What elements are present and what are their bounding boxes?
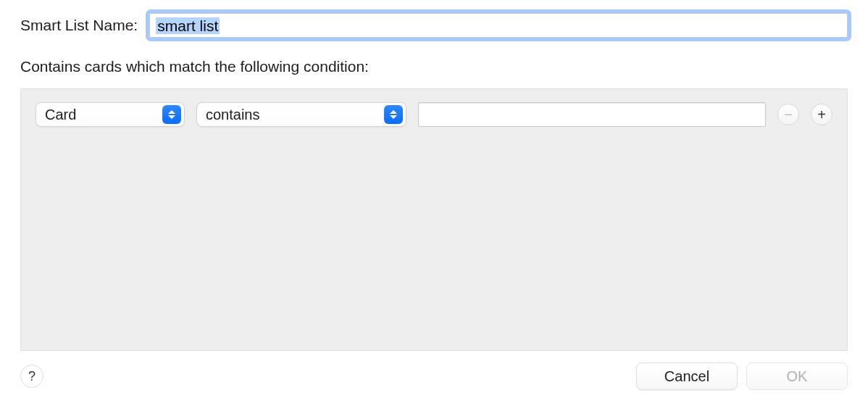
condition-value-input[interactable] bbox=[418, 102, 766, 127]
cancel-button[interactable]: Cancel bbox=[636, 362, 738, 390]
chevron-up-icon bbox=[390, 110, 397, 114]
question-mark-icon: ? bbox=[28, 369, 36, 384]
conditions-panel: Card contains − + bbox=[20, 88, 848, 351]
conditions-caption: Contains cards which match the following… bbox=[20, 58, 848, 75]
smart-list-name-label: Smart List Name: bbox=[20, 17, 138, 34]
condition-operator-value: contains bbox=[206, 107, 260, 123]
add-condition-button[interactable]: + bbox=[811, 104, 832, 125]
smart-list-name-value: smart list bbox=[156, 17, 220, 34]
chevron-down-icon bbox=[168, 115, 175, 119]
condition-operator-select[interactable]: contains bbox=[196, 102, 406, 127]
name-row: Smart List Name: smart list bbox=[20, 13, 848, 38]
minus-icon: − bbox=[784, 107, 793, 123]
dialog-footer: ? Cancel OK bbox=[20, 362, 848, 390]
ok-button[interactable]: OK bbox=[746, 362, 848, 390]
condition-row: Card contains − + bbox=[36, 102, 832, 127]
help-button[interactable]: ? bbox=[20, 365, 43, 388]
smart-list-dialog: Smart List Name: smart list Contains car… bbox=[0, 0, 868, 403]
condition-field-select[interactable]: Card bbox=[36, 102, 185, 127]
chevron-down-icon bbox=[390, 115, 397, 119]
chevron-up-icon bbox=[168, 110, 175, 114]
condition-field-value: Card bbox=[45, 107, 76, 123]
updown-icon bbox=[162, 105, 181, 124]
remove-condition-button[interactable]: − bbox=[777, 104, 799, 125]
plus-icon: + bbox=[817, 107, 826, 123]
smart-list-name-input[interactable]: smart list bbox=[149, 13, 848, 38]
updown-icon bbox=[384, 105, 403, 124]
